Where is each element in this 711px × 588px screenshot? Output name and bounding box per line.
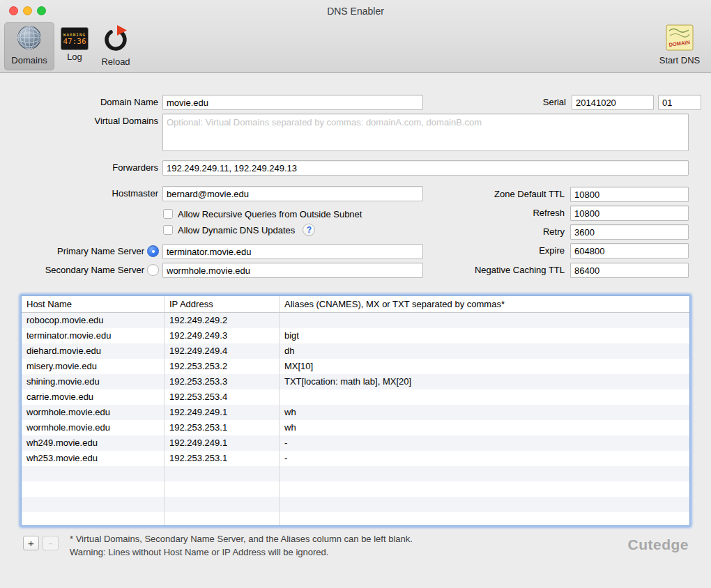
table-cell: wormhole.movie.edu — [22, 420, 165, 435]
table-cell: terminator.movie.edu — [22, 328, 165, 343]
serial-label: Serial — [481, 95, 566, 110]
table-cell — [22, 481, 165, 497]
allow-recursive-checkbox[interactable] — [163, 209, 173, 219]
table-cell — [165, 466, 280, 481]
toolbar-item-log[interactable]: WARNING 47:36 Log — [59, 22, 91, 70]
log-icon-text-2: 47:36 — [63, 37, 86, 46]
virtual-domains-input[interactable] — [162, 114, 689, 151]
log-icon-text-1: WARNING — [63, 32, 86, 37]
table-cell: 192.249.249.3 — [165, 328, 280, 343]
table-cell: 192.253.253.1 — [165, 451, 280, 466]
table-cell — [280, 313, 689, 328]
column-header-ip-address[interactable]: IP Address — [165, 296, 280, 312]
secondary-name-server-input[interactable] — [162, 263, 423, 278]
table-cell: carrie.movie.edu — [22, 389, 165, 405]
toolbar-label-reload: Reload — [101, 56, 130, 67]
table-cell: bigt — [280, 328, 689, 343]
table-row[interactable]: wormhole.movie.edu192.253.253.1wh — [22, 420, 689, 435]
cutedge-logo: Cutedge — [628, 536, 689, 553]
table-cell: shining.movie.edu — [22, 374, 165, 389]
retry-label: Retry — [446, 224, 565, 240]
table-cell: MX[10] — [280, 359, 689, 374]
help-button[interactable]: ? — [303, 224, 315, 236]
toolbar-item-reload[interactable]: Reload — [95, 22, 137, 70]
column-header-aliases[interactable]: Aliases (CNAMES), MX or TXT separated by… — [280, 296, 689, 312]
expire-input[interactable] — [570, 243, 689, 258]
table-cell: wh — [280, 405, 689, 420]
table-row[interactable]: wh253.movie.edu192.253.253.1- — [22, 451, 689, 466]
table-row[interactable] — [22, 512, 689, 526]
allow-dynamic-label: Allow Dynamic DNS Updates — [178, 225, 295, 235]
table-cell — [280, 389, 689, 405]
primary-name-server-input[interactable] — [162, 244, 423, 259]
toolbar-item-start-dns[interactable]: DOMAIN Start DNS — [654, 22, 705, 70]
refresh-input[interactable] — [570, 206, 689, 221]
table-cell: diehard.movie.edu — [22, 343, 165, 359]
table-row[interactable]: shining.movie.edu192.253.253.3TXT[locati… — [22, 374, 689, 389]
forwarders-input[interactable] — [162, 160, 689, 176]
table-cell: wh253.movie.edu — [22, 451, 165, 466]
hostmaster-input[interactable] — [162, 186, 423, 201]
secondary-name-server-radio[interactable] — [147, 264, 159, 276]
table-cell: 192.253.253.3 — [165, 374, 280, 389]
domain-name-label: Domain Name — [21, 95, 158, 110]
table-cell — [280, 481, 689, 497]
table-cell: robocop.movie.edu — [22, 313, 165, 328]
refresh-label: Refresh — [446, 206, 565, 221]
table-row[interactable]: wh249.movie.edu192.249.249.1- — [22, 435, 689, 451]
window-title: DNS Enabler — [0, 6, 711, 17]
column-header-host-name[interactable]: Host Name — [22, 296, 165, 312]
zone-default-ttl-label: Zone Default TTL — [446, 187, 565, 202]
table-cell: wh249.movie.edu — [22, 435, 165, 451]
table-row[interactable]: misery.movie.edu192.253.253.2MX[10] — [22, 359, 689, 374]
table-cell — [22, 497, 165, 512]
table-cell: 192.253.253.4 — [165, 389, 280, 405]
table-cell: 192.253.253.1 — [165, 420, 280, 435]
primary-name-server-label: Primary Name Server — [14, 244, 144, 259]
negative-caching-ttl-input[interactable] — [570, 263, 689, 278]
table-cell: wh — [280, 420, 689, 435]
toolbar-label-log: Log — [67, 52, 82, 62]
table-row[interactable]: robocop.movie.edu192.249.249.2 — [22, 313, 689, 328]
table-cell — [165, 512, 280, 526]
table-cell: 192.249.249.1 — [165, 405, 280, 420]
add-row-button[interactable]: + — [23, 536, 39, 550]
table-cell: TXT[location: math lab], MX[20] — [280, 374, 689, 389]
table-cell: 192.249.249.1 — [165, 435, 280, 451]
table-row[interactable] — [22, 481, 689, 497]
allow-recursive-label: Allow Recursive Queries from Outside Sub… — [178, 209, 362, 219]
table-row[interactable]: carrie.movie.edu192.253.253.4 — [22, 389, 689, 405]
table-cell — [165, 497, 280, 512]
host-table-rows: robocop.movie.edu192.249.249.2terminator… — [22, 313, 689, 526]
virtual-domains-label: Virtual Domains — [21, 114, 158, 129]
table-row[interactable]: terminator.movie.edu192.249.249.3bigt — [22, 328, 689, 343]
table-cell — [280, 512, 689, 526]
table-row[interactable] — [22, 497, 689, 512]
allow-dynamic-checkbox[interactable] — [163, 225, 173, 235]
table-row[interactable]: wormhole.movie.edu192.249.249.1wh — [22, 405, 689, 420]
negative-caching-ttl-label: Negative Caching TTL — [446, 263, 565, 278]
serial-suffix-input[interactable] — [658, 95, 701, 110]
expire-label: Expire — [446, 243, 565, 258]
primary-name-server-radio[interactable] — [147, 245, 159, 257]
footnote-blank-fields: * Virtual Domains, Secondary Name Server… — [70, 534, 413, 544]
table-cell — [280, 497, 689, 512]
remove-row-button[interactable]: - — [43, 536, 59, 550]
table-row[interactable] — [22, 466, 689, 481]
start-dns-stamp-icon: DOMAIN — [666, 24, 694, 54]
allow-recursive-row: Allow Recursive Queries from Outside Sub… — [163, 208, 362, 220]
retry-input[interactable] — [570, 224, 689, 240]
table-row[interactable]: diehard.movie.edu192.249.249.4dh — [22, 343, 689, 359]
hostmaster-label: Hostmaster — [21, 186, 158, 201]
forwarders-label: Forwarders — [21, 160, 158, 176]
serial-input[interactable] — [572, 95, 654, 110]
footnote-warning: Warning: Lines without Host Name or IP A… — [70, 547, 328, 557]
table-cell — [280, 466, 689, 481]
reload-icon — [102, 24, 130, 55]
table-cell — [22, 512, 165, 526]
table-cell: 192.249.249.2 — [165, 313, 280, 328]
toolbar-item-domains[interactable]: Domains — [4, 22, 54, 70]
zone-default-ttl-input[interactable] — [570, 187, 689, 202]
host-table: Host Name IP Address Aliases (CNAMES), M… — [21, 295, 690, 526]
domain-name-input[interactable] — [162, 95, 423, 110]
